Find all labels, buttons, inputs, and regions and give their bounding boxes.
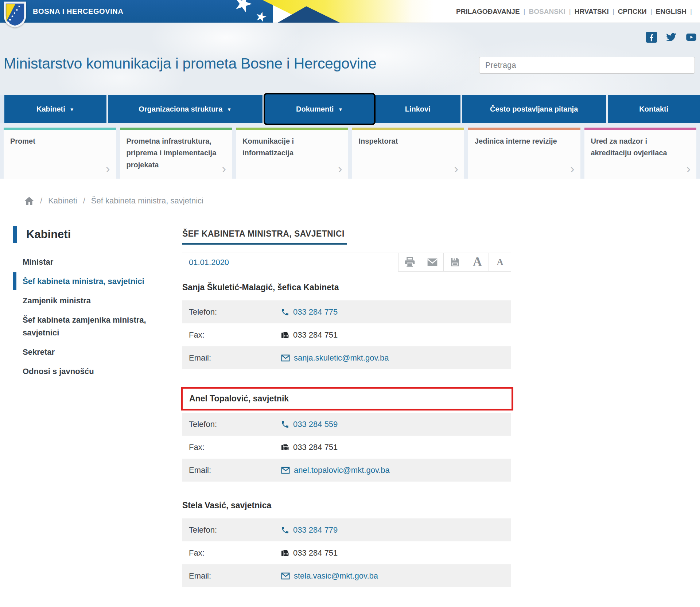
top-bar: ★ ★ ★★★ ★★★ BOSNA I HERCEGOVINA PRILAGOĐ… [0,0,700,23]
nav-item-label: Često postavljana pitanja [490,105,578,113]
sidebar-item-2[interactable]: Zamjenik ministra [13,291,182,310]
main-navigation: Kabineti ▼ Organizaciona struktura ▼ Dok… [0,95,700,123]
fax-number: 033 284 751 [293,330,338,340]
breadcrumb-current: Šef kabineta ministra, savjetnici [91,196,203,206]
nav-item-2[interactable]: Dokumenti ▼ [264,93,376,125]
chevron-down-icon: ▼ [227,107,232,112]
fax-icon [281,549,289,557]
phone-icon [281,420,289,429]
sidebar-item-5[interactable]: Odnosi s javnošću [13,362,182,381]
sector-card-label: Jedinica interne revizije [475,137,557,145]
nav-item-3[interactable]: Linkovi [375,95,462,123]
fax-row: Fax: 033 284 751 [182,323,511,346]
breadcrumb-separator: / [83,196,85,206]
email-label: Email: [182,571,281,581]
sector-card-2[interactable]: Komunikacije i informatizacija › [236,128,348,179]
site-title: Ministarstvo komunikacija i prometa Bosn… [4,55,377,72]
sidebar-item-3[interactable]: Šef kabineta zamjenika ministra, savjetn… [13,310,182,342]
fax-label: Fax: [182,443,281,452]
breadcrumb: /Kabineti/Šef kabineta ministra, savjetn… [0,179,700,224]
sector-card-label: Inspektorat [359,137,398,145]
sector-card-label: Ured za nadzor i akreditaciju ovjerilaca [591,137,667,157]
lang-separator: | [690,8,692,16]
phone-label: Telefon: [182,307,281,317]
email-link[interactable]: sanja.skuletic@mkt.gov.ba [294,353,389,363]
nav-item-4[interactable]: Često postavljana pitanja [462,95,608,123]
flag-yellow-triangle [252,0,434,23]
email-row: Email: anel.topalovic@mkt.gov.ba [182,459,511,482]
article-toolbar: 01.01.2020 AA [182,253,511,272]
page-title: ŠEF KABINETA MINISTRA, SAVJETNICI [182,229,347,245]
person-name: Anel Topalović, savjetnik [189,394,505,404]
social-links [646,32,697,43]
site-header: Ministarstvo komunikacija i prometa Bosn… [0,23,700,95]
sidebar: Kabineti MinistarŠef kabineta ministra, … [13,224,182,587]
sector-card-5[interactable]: Ured za nadzor i akreditaciju ovjerilaca… [584,128,697,179]
email-link[interactable]: anel.topalovic@mkt.gov.ba [294,466,390,475]
breadcrumb-row: /Kabineti/Šef kabineta ministra, savjetn… [24,196,203,206]
fax-number: 033 284 751 [293,548,338,558]
fax-label: Fax: [182,330,281,340]
lang-separator: | [524,8,525,16]
nav-item-1[interactable]: Organizaciona struktura ▼ [108,95,264,123]
search-input[interactable] [479,57,695,74]
font-increase-button[interactable]: A [466,253,489,271]
lang-link-bosanski[interactable]: BOSANSKI [529,8,565,16]
home-icon[interactable] [24,196,34,206]
phone-link[interactable]: 033 284 775 [293,307,338,317]
email-icon [281,571,290,581]
email-label: Email: [182,466,281,475]
mail-button[interactable] [421,253,443,271]
email-icon [281,353,290,363]
person-name: Sanja Škuletić-Malagić, šefica Kabineta [182,283,511,292]
email-row: Email: sanja.skuletic@mkt.gov.ba [182,346,511,369]
nav-item-0[interactable]: Kabineti ▼ [4,95,108,123]
breadcrumb-separator: / [40,196,42,206]
phone-label: Telefon: [182,420,281,429]
nav-item-label: Linkovi [405,105,431,113]
sidebar-heading-bar [13,226,17,243]
lang-link-prilagođavanje[interactable]: PRILAGOĐAVANJE [456,8,520,16]
language-menu: PRILAGOĐAVANJE|BOSANSKI|HRVATSKI|СРПСКИ|… [456,0,696,23]
sector-card-1[interactable]: Prometna infrastruktura, priprema i impl… [120,128,232,179]
coat-of-arms-icon: ★★★ ★★★ [4,1,26,29]
lang-link-hrvatski[interactable]: HRVATSKI [575,8,609,16]
sector-card-label: Prometna infrastruktura, priprema i impl… [127,137,217,169]
publish-date: 01.01.2020 [182,253,229,272]
font-decrease-button[interactable]: A [489,253,511,271]
nav-item-label: Kabineti [36,105,65,113]
sector-card-label: Komunikacije i informatizacija [242,137,294,157]
print-button[interactable] [398,253,421,271]
sector-card-3[interactable]: Inspektorat › [352,128,464,179]
phone-link[interactable]: 033 284 779 [293,525,338,535]
youtube-icon[interactable] [685,32,697,43]
sidebar-heading: Kabineti [13,226,182,243]
email-row: Email: stela.vasic@mkt.gov.ba [182,564,511,587]
nav-item-label: Kontakti [639,105,668,113]
phone-link[interactable]: 033 284 559 [293,420,338,429]
save-button[interactable] [443,253,466,271]
breadcrumb-link[interactable]: Kabineti [48,196,77,206]
fax-row: Fax: 033 284 751 [182,436,511,459]
lang-link-english[interactable]: ENGLISH [656,8,687,16]
chevron-down-icon: ▼ [338,107,343,112]
nav-item-5[interactable]: Kontakti [608,95,700,123]
sidebar-item-0[interactable]: Ministar [13,252,182,272]
sector-card-label: Promet [10,137,35,145]
nav-item-label: Organizaciona struktura [139,105,222,113]
facebook-icon[interactable] [646,32,657,43]
sidebar-item-4[interactable]: Sekretar [13,342,182,362]
sector-card-0[interactable]: Promet › [4,128,116,179]
sector-card-4[interactable]: Jedinica interne revizije › [468,128,580,179]
lang-link-српски[interactable]: СРПСКИ [618,8,647,16]
twitter-icon[interactable] [665,32,677,43]
email-link[interactable]: stela.vasic@mkt.gov.ba [294,571,378,581]
svg-text:★: ★ [7,21,10,25]
fax-icon [281,331,289,339]
person-name: Stela Vasić, savjetnica [182,501,511,510]
fax-number: 033 284 751 [293,443,338,452]
sidebar-item-1[interactable]: Šef kabineta ministra, savjetnici [13,272,182,291]
chevron-right-icon: › [222,159,226,179]
sector-cards: Promet › Prometna infrastruktura, pripre… [0,123,700,179]
sidebar-heading-label: Kabineti [26,228,71,241]
